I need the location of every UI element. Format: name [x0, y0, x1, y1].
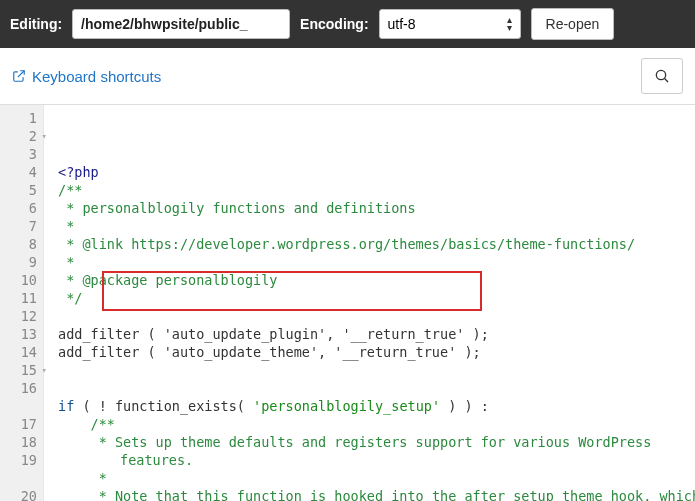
code-line[interactable]: * @package personalblogily: [58, 271, 695, 289]
code-line[interactable]: [58, 379, 695, 397]
encoding-select[interactable]: utf-8 ▴▾: [379, 9, 521, 39]
line-number: 7: [10, 217, 37, 235]
editor-topbar: Editing: Encoding: utf-8 ▴▾ Re-open: [0, 0, 695, 48]
encoding-value: utf-8: [388, 16, 416, 32]
line-number: 15: [10, 361, 37, 379]
code-line[interactable]: * @link https://developer.wordpress.org/…: [58, 235, 695, 253]
search-button[interactable]: [641, 58, 683, 94]
line-number: 9: [10, 253, 37, 271]
code-line[interactable]: * personalblogily functions and definiti…: [58, 199, 695, 217]
line-number: 2: [10, 127, 37, 145]
code-line[interactable]: * Note that this function is hooked into…: [58, 487, 695, 501]
reopen-button[interactable]: Re-open: [531, 8, 615, 40]
line-number: 5: [10, 181, 37, 199]
code-line[interactable]: features.: [58, 451, 695, 469]
encoding-label: Encoding:: [300, 16, 368, 32]
code-line[interactable]: [58, 307, 695, 325]
code-line[interactable]: /**: [58, 415, 695, 433]
svg-line-1: [664, 78, 668, 82]
select-arrows-icon: ▴▾: [507, 16, 512, 32]
keyboard-shortcuts-label: Keyboard shortcuts: [32, 68, 161, 85]
code-line[interactable]: if ( ! function_exists( 'personalblogily…: [58, 397, 695, 415]
code-line[interactable]: add_filter ( 'auto_update_theme', '__ret…: [58, 343, 695, 361]
line-number-gutter: 12345678910111213141516171819202122: [0, 105, 44, 501]
line-number: 12: [10, 307, 37, 325]
line-number: 1: [10, 109, 37, 127]
code-line[interactable]: *: [58, 217, 695, 235]
editing-label: Editing:: [10, 16, 62, 32]
search-icon: [654, 68, 670, 84]
line-number: 14: [10, 343, 37, 361]
external-link-icon: [12, 69, 26, 83]
line-number: 20: [10, 487, 37, 501]
line-number: 6: [10, 199, 37, 217]
code-line[interactable]: /**: [58, 181, 695, 199]
code-line[interactable]: <?php: [58, 163, 695, 181]
code-line[interactable]: * Sets up theme defaults and registers s…: [58, 433, 695, 451]
code-line[interactable]: add_filter ( 'auto_update_plugin', '__re…: [58, 325, 695, 343]
line-number: 16: [10, 379, 37, 397]
code-line[interactable]: */: [58, 289, 695, 307]
line-number: 13: [10, 325, 37, 343]
line-number: 3: [10, 145, 37, 163]
keyboard-shortcuts-link[interactable]: Keyboard shortcuts: [12, 68, 161, 85]
svg-point-0: [656, 70, 665, 79]
line-number: 19: [10, 451, 37, 469]
line-number: [10, 469, 37, 487]
code-line[interactable]: *: [58, 253, 695, 271]
editor-subbar: Keyboard shortcuts: [0, 48, 695, 105]
line-number: 17: [10, 415, 37, 433]
line-number: 4: [10, 163, 37, 181]
code-line[interactable]: [58, 361, 695, 379]
code-content[interactable]: <?php/** * personalblogily functions and…: [44, 105, 695, 501]
code-line[interactable]: *: [58, 469, 695, 487]
file-path-input[interactable]: [72, 9, 290, 39]
line-number: [10, 397, 37, 415]
line-number: 8: [10, 235, 37, 253]
line-number: 10: [10, 271, 37, 289]
code-editor[interactable]: 12345678910111213141516171819202122 <?ph…: [0, 105, 695, 501]
line-number: 18: [10, 433, 37, 451]
line-number: 11: [10, 289, 37, 307]
